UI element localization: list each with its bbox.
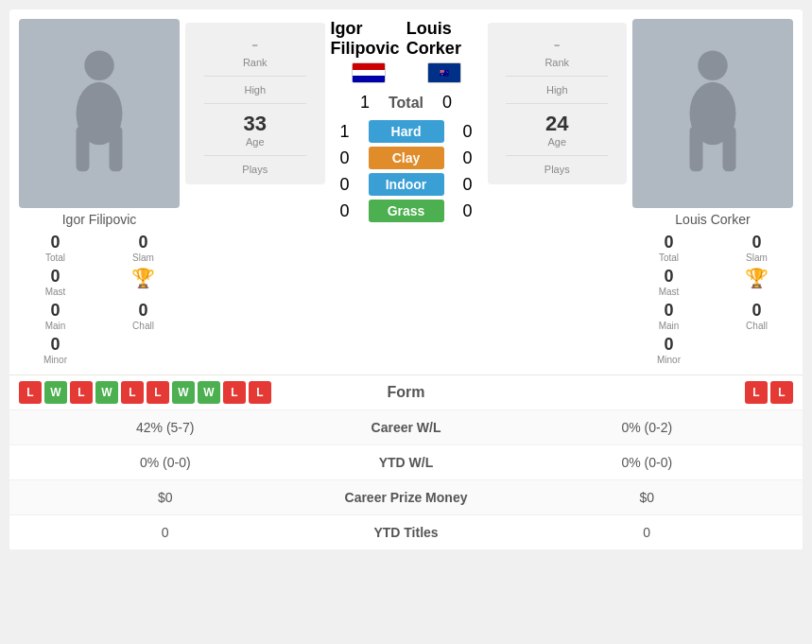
left-chall-cell: 0 Chall xyxy=(107,301,180,331)
left-main-lbl: Main xyxy=(45,321,66,331)
left-minor-cell: 0 Minor xyxy=(19,335,92,365)
right-rank-row: - Rank xyxy=(493,32,622,68)
clay-row: 0 Clay 0 xyxy=(331,147,482,169)
grass-left: 0 xyxy=(331,201,359,221)
left-slam-cell: 0 Slam xyxy=(107,233,180,263)
left-high-lbl: High xyxy=(244,84,266,96)
right-slam-cell: 0 Slam xyxy=(720,233,793,263)
grass-right: 0 xyxy=(454,201,482,221)
svg-rect-7 xyxy=(723,126,736,171)
center-block: Igor Filipovic Louis Corker 🇦🇺 xyxy=(331,19,482,222)
left-divider3 xyxy=(204,155,306,156)
right-player-block: Louis Corker 0 Total 0 Slam 0 Mast 🏆 xyxy=(632,19,793,365)
right-rank-val: - xyxy=(554,32,561,57)
main-card: Igor Filipovic 0 Total 0 Slam 0 Mast 🏆 xyxy=(9,9,803,550)
svg-rect-3 xyxy=(110,126,123,171)
left-minor-lbl: Minor xyxy=(43,355,67,365)
right-age-lbl: Age xyxy=(547,136,566,148)
left-age-val: 33 xyxy=(244,112,267,136)
left-player-photo xyxy=(19,19,180,208)
left-slam-lbl: Slam xyxy=(132,252,154,263)
ytd-titles-label-text: YTD Titles xyxy=(373,525,438,540)
right-minor-cell: 0 Minor xyxy=(632,335,705,365)
right-age-row: 24 Age xyxy=(493,112,622,148)
left-total-cell: 0 Total xyxy=(19,233,92,263)
left-trophy-cell: 🏆 xyxy=(107,267,180,297)
ytd-wl-left: 0% (0-0) xyxy=(19,455,312,470)
ytd-titles-left: 0 xyxy=(19,525,312,540)
right-total-lbl: Total xyxy=(659,252,679,263)
right-chall-cell: 0 Chall xyxy=(720,301,793,331)
left-stats-panel: - Rank High 33 Age Plays xyxy=(185,23,325,184)
left-player-block: Igor Filipovic 0 Total 0 Slam 0 Mast 🏆 xyxy=(19,19,180,365)
left-slam-val: 0 xyxy=(138,233,147,252)
hard-label: Hard xyxy=(369,120,444,143)
right-stats-panel: - Rank High 24 Age Plays xyxy=(488,23,628,184)
left-main-val: 0 xyxy=(50,301,60,321)
svg-point-0 xyxy=(84,51,114,81)
left-form-badges: LWLWLLWWLL xyxy=(19,381,312,404)
left-mast-cell: 0 Mast xyxy=(19,267,92,297)
top-section: Igor Filipovic 0 Total 0 Slam 0 Mast 🏆 xyxy=(9,9,803,374)
right-form-badges: LL xyxy=(501,381,794,404)
right-mast-lbl: Mast xyxy=(659,287,680,297)
left-chall-val: 0 xyxy=(138,301,147,321)
hard-left: 1 xyxy=(331,122,359,142)
right-player-name-top: Louis Corker xyxy=(406,19,461,58)
right-chall-lbl: Chall xyxy=(746,321,768,331)
right-minor-val: 0 xyxy=(664,335,673,355)
indoor-label: Indoor xyxy=(369,173,444,196)
form-badge-l: L xyxy=(70,381,93,404)
indoor-row: 0 Indoor 0 xyxy=(331,173,482,196)
svg-point-4 xyxy=(698,51,728,81)
flags-row: 🇦🇺 xyxy=(331,62,482,83)
right-trophy-cell: 🏆 xyxy=(720,267,793,297)
form-row: LWLWLLWWLL Form LL xyxy=(9,375,803,410)
right-rank-lbl: Rank xyxy=(544,57,569,68)
total-score-row: 1 Total 0 xyxy=(351,93,461,113)
career-prize-label-text: Career Prize Money xyxy=(345,490,468,505)
right-name-center: Louis Corker xyxy=(406,19,482,59)
hard-row: 1 Hard 0 xyxy=(331,120,482,143)
career-wl-label: Career W/L xyxy=(312,420,501,435)
bottom-section: LWLWLLWWLL Form LL 42% (5-7) Career W/L … xyxy=(9,374,803,550)
right-main-cell: 0 Main xyxy=(632,301,705,331)
left-trophy-icon: 🏆 xyxy=(131,267,155,289)
left-divider1 xyxy=(204,76,306,77)
form-badge-l: L xyxy=(19,381,42,404)
ytd-wl-row: 0% (0-0) YTD W/L 0% (0-0) xyxy=(9,445,803,480)
form-badge-l: L xyxy=(249,381,271,404)
form-badge-l: L xyxy=(745,381,768,404)
right-plays-lbl: Plays xyxy=(544,164,570,175)
right-total-cell: 0 Total xyxy=(632,233,705,263)
clay-right: 0 xyxy=(454,148,482,168)
right-mast-val: 0 xyxy=(664,267,673,287)
right-chall-val: 0 xyxy=(752,301,761,321)
left-stats-grid: 0 Total 0 Slam 0 Mast 🏆 0 Main xyxy=(19,233,180,365)
right-total-val: 0 xyxy=(664,233,673,252)
ytd-titles-row: 0 YTD Titles 0 xyxy=(9,515,803,550)
right-slam-val: 0 xyxy=(752,233,761,252)
career-wl-left: 42% (5-7) xyxy=(19,420,312,435)
career-prize-label: Career Prize Money xyxy=(312,490,501,505)
left-total-val: 0 xyxy=(50,233,60,252)
career-wl-label-text: Career W/L xyxy=(371,420,441,435)
right-divider3 xyxy=(506,155,608,156)
left-chall-lbl: Chall xyxy=(132,321,154,331)
career-wl-row: 42% (5-7) Career W/L 0% (0-2) xyxy=(9,410,803,445)
left-rank-lbl: Rank xyxy=(243,57,268,68)
left-name-center: Igor Filipovic xyxy=(331,19,406,59)
svg-rect-6 xyxy=(690,126,703,171)
right-mast-cell: 0 Mast xyxy=(632,267,705,297)
right-stats-grid: 0 Total 0 Slam 0 Mast 🏆 0 Main xyxy=(632,233,793,365)
form-badge-w: W xyxy=(44,381,67,404)
clay-left: 0 xyxy=(331,148,359,168)
left-total-lbl: Total xyxy=(45,252,65,263)
ytd-titles-right: 0 xyxy=(501,525,794,540)
right-flag: 🇦🇺 xyxy=(427,62,461,83)
form-badge-l: L xyxy=(121,381,144,404)
left-mast-val: 0 xyxy=(50,267,60,287)
right-trophy-icon: 🏆 xyxy=(745,267,769,289)
form-badge-w: W xyxy=(172,381,195,404)
left-mast-lbl: Mast xyxy=(45,287,66,297)
